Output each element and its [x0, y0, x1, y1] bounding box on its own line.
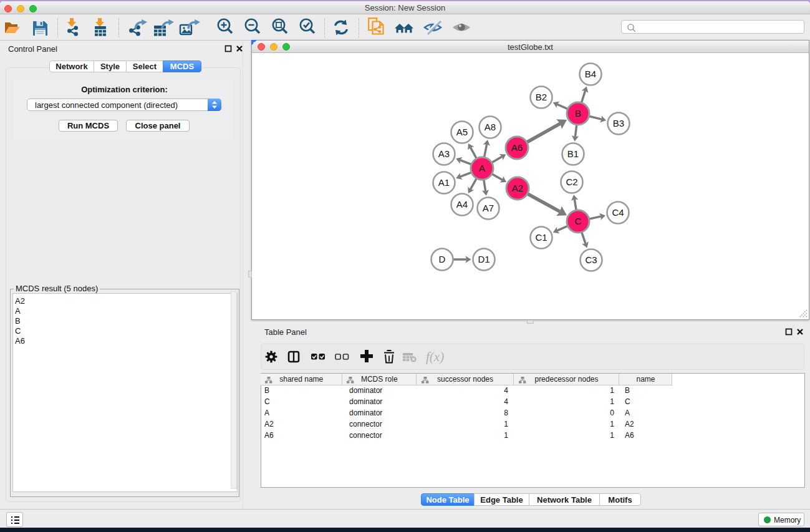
svg-text:A3: A3	[438, 148, 450, 159]
svg-text:A1: A1	[438, 177, 450, 188]
svg-text:A: A	[479, 163, 485, 173]
svg-text:B2: B2	[536, 92, 547, 102]
svg-text:C3: C3	[585, 254, 597, 265]
svg-text:A6: A6	[511, 142, 523, 153]
svg-text:C2: C2	[566, 177, 577, 187]
svg-text:D1: D1	[478, 254, 489, 264]
svg-text:D: D	[439, 254, 446, 264]
svg-text:C: C	[575, 216, 582, 226]
svg-text:A8: A8	[485, 122, 496, 132]
svg-text:C4: C4	[612, 207, 624, 218]
svg-text:A4: A4	[456, 199, 468, 210]
svg-text:B1: B1	[567, 148, 579, 159]
svg-text:B4: B4	[585, 69, 596, 79]
svg-text:B: B	[575, 108, 581, 118]
svg-text:A2: A2	[512, 183, 523, 193]
svg-text:C1: C1	[535, 232, 547, 243]
svg-text:A7: A7	[483, 203, 494, 213]
svg-text:A5: A5	[456, 127, 468, 137]
svg-text:B3: B3	[613, 118, 624, 128]
